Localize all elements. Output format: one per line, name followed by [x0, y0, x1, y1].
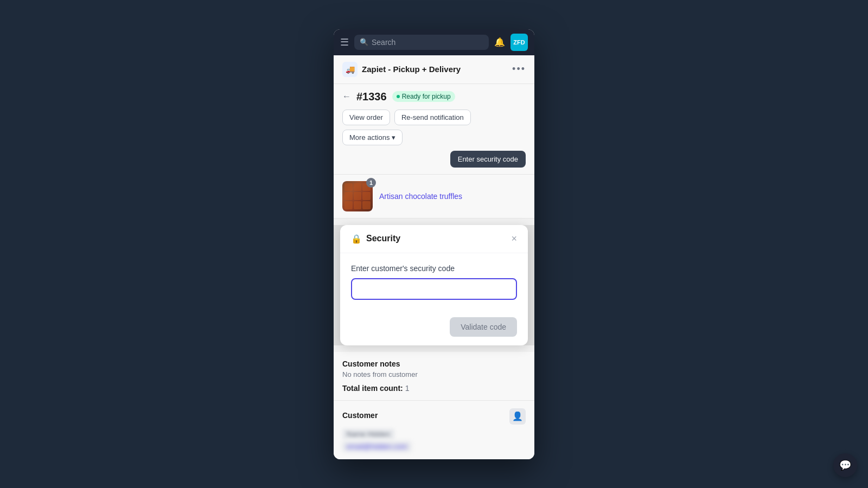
customer-icon: 👤: [509, 408, 526, 425]
chat-icon: 💬: [839, 459, 851, 471]
resend-notification-button[interactable]: Re-send notification: [394, 110, 471, 125]
lock-icon: 🔒: [351, 234, 362, 244]
security-code-input[interactable]: [351, 278, 517, 300]
customer-section: Customer 👤 Name Hidden email@hidden.com: [334, 401, 534, 459]
notification-bell-icon[interactable]: 🔔: [494, 37, 505, 47]
top-nav: ☰ 🔍 Search 🔔 ZFD: [334, 29, 534, 55]
user-avatar[interactable]: ZFD: [510, 34, 528, 51]
close-modal-button[interactable]: ×: [511, 234, 517, 243]
quantity-badge: 1: [366, 178, 376, 188]
modal-title-area: 🔒 Security: [351, 234, 400, 244]
product-image-wrap: 1: [342, 181, 373, 211]
status-badge: Ready for pickup: [392, 91, 455, 102]
app-title-area: 🚚 Zapiet - Pickup + Delivery: [342, 62, 461, 77]
customer-header: Customer 👤: [342, 408, 526, 425]
item-count-row: Total item count: 1: [342, 384, 526, 393]
status-label: Ready for pickup: [402, 93, 451, 100]
modal-footer: Validate code: [340, 311, 528, 345]
chevron-down-icon: ▾: [392, 133, 395, 142]
more-actions-button[interactable]: More actions ▾: [342, 130, 403, 145]
item-count-label: Total item count:: [342, 384, 403, 393]
security-modal: 🔒 Security × Enter customer's security c…: [340, 225, 528, 345]
app-title: Zapiet - Pickup + Delivery: [362, 65, 461, 74]
order-number: #1336: [356, 91, 387, 103]
modal-header: 🔒 Security ×: [340, 225, 528, 253]
app-icon: 🚚: [342, 62, 358, 77]
customer-name: Name Hidden: [342, 429, 394, 439]
more-actions-label: More actions: [349, 133, 390, 142]
search-bar[interactable]: 🔍 Search: [354, 35, 489, 50]
search-label: Search: [372, 38, 395, 47]
enter-security-row: Enter security code: [342, 151, 526, 168]
enter-security-code-button[interactable]: Enter security code: [450, 151, 526, 168]
app-more-button[interactable]: •••: [512, 63, 526, 75]
modal-title: Security: [366, 234, 400, 243]
product-item: 1 Artisan chocolate truffles: [342, 181, 526, 211]
view-order-button[interactable]: View order: [342, 110, 390, 125]
product-name-link[interactable]: Artisan chocolate truffles: [379, 192, 462, 201]
action-buttons: View order Re-send notification More act…: [342, 110, 526, 145]
chat-bubble-button[interactable]: 💬: [833, 453, 857, 477]
validate-code-button[interactable]: Validate code: [450, 317, 517, 337]
order-header: ← #1336 Ready for pickup View order Re-s…: [334, 84, 534, 175]
order-title-row: ← #1336 Ready for pickup: [342, 91, 526, 103]
app-header: 🚚 Zapiet - Pickup + Delivery •••: [334, 55, 534, 84]
customer-email: email@hidden.com: [342, 441, 411, 452]
status-dot: [397, 95, 400, 98]
product-section: 1 Artisan chocolate truffles: [334, 175, 534, 219]
item-count-value: 1: [405, 384, 410, 393]
modal-overlay: 🔒 Security × Enter customer's security c…: [334, 225, 534, 345]
customer-notes-section: Customer notes No notes from customer To…: [334, 352, 534, 401]
customer-notes-value: No notes from customer: [342, 370, 526, 378]
modal-label: Enter customer's security code: [351, 264, 517, 273]
hamburger-icon[interactable]: ☰: [340, 36, 349, 48]
modal-body: Enter customer's security code: [340, 253, 528, 311]
search-icon: 🔍: [360, 38, 368, 46]
customer-notes-title: Customer notes: [342, 359, 526, 368]
back-button[interactable]: ←: [342, 92, 351, 101]
customer-section-title: Customer: [342, 411, 378, 420]
